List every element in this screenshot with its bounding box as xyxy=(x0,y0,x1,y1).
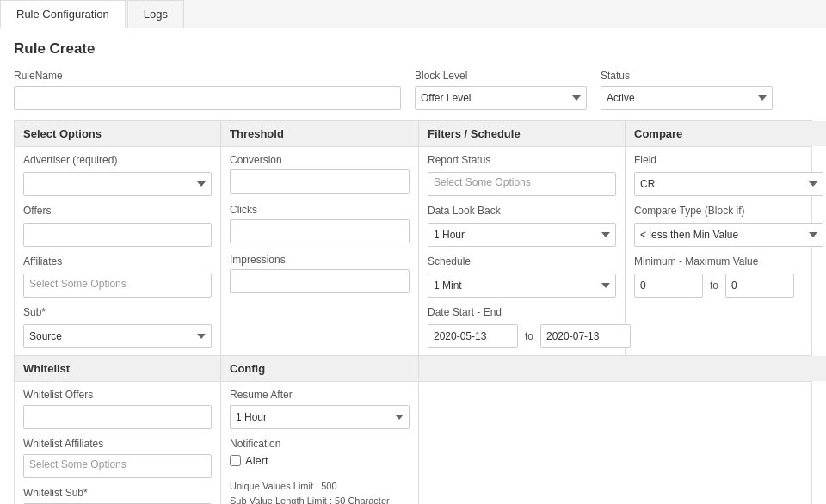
threshold-cell: Conversion Clicks Impressions xyxy=(221,147,419,355)
compare-field-select[interactable]: CR CVR EPC CTR xyxy=(634,172,823,196)
conversion-input[interactable] xyxy=(230,169,410,194)
offers-group: Offers xyxy=(23,205,212,247)
select-options-header: Select Options xyxy=(15,121,221,146)
clicks-input[interactable] xyxy=(230,219,410,243)
top-fields-row: RuleName Block Level Offer Level Adverti… xyxy=(14,70,812,110)
advertiser-label: Advertiser (required) xyxy=(23,154,212,166)
notification-group: Notification Alert xyxy=(230,438,410,472)
compare-type-label: Compare Type (Block if) xyxy=(634,205,823,217)
max-value-input[interactable] xyxy=(725,274,794,298)
info-text-block: Unique Values Limit : 500 Sub Value Leng… xyxy=(230,479,410,504)
date-range-group: Date Start - End to xyxy=(428,306,616,348)
advertiser-select[interactable] xyxy=(23,172,212,196)
notification-label: Notification xyxy=(230,438,410,450)
blocklevel-label: Block Level xyxy=(415,70,587,82)
date-range-row: to xyxy=(428,324,616,348)
conversion-group: Conversion xyxy=(230,154,410,194)
rulename-input[interactable] xyxy=(14,86,401,110)
date-start-input[interactable] xyxy=(428,324,518,348)
min-value-input[interactable] xyxy=(634,274,703,298)
page-title: Rule Create xyxy=(14,40,812,58)
report-status-label: Report Status xyxy=(428,154,616,166)
rulename-label: RuleName xyxy=(14,70,401,82)
report-status-multiselect[interactable]: Select Some Options xyxy=(428,172,616,196)
impressions-input[interactable] xyxy=(230,269,410,293)
whitelist-config-content-row: Whitelist Offers Whitelist Affiliates Se… xyxy=(15,382,811,504)
main-grid: Select Options Threshold Filters / Sched… xyxy=(14,120,812,504)
compare-header: Compare xyxy=(626,121,826,146)
clicks-group: Clicks xyxy=(230,204,410,243)
main-content-row: Advertiser (required) Offers Affiliates … xyxy=(15,147,811,356)
blocklevel-group: Block Level Offer Level Advertiser Level xyxy=(415,70,587,110)
sub-label: Sub* xyxy=(23,306,212,318)
affiliates-label: Affiliates xyxy=(23,255,212,267)
impressions-group: Impressions xyxy=(230,254,410,293)
config-header: Config xyxy=(221,356,419,381)
impressions-label: Impressions xyxy=(230,254,410,266)
compare-type-select[interactable]: < less then Min Value > greater then Max… xyxy=(634,223,823,247)
compare-field-label: Field xyxy=(634,154,823,166)
sub-select[interactable]: Source Sub1 Sub2 xyxy=(23,324,212,348)
alert-label: Alert xyxy=(245,454,268,467)
filters-schedule-header: Filters / Schedule xyxy=(419,121,626,146)
info-line2: Sub Value Length Limit : 50 Character xyxy=(230,494,410,505)
whitelist-offers-label: Whitelist Offers xyxy=(23,389,212,401)
empty-header xyxy=(419,356,826,381)
compare-field-group: Field CR CVR EPC CTR xyxy=(634,154,823,196)
compare-type-group: Compare Type (Block if) < less then Min … xyxy=(634,205,823,247)
date-to-label: to xyxy=(525,330,533,342)
data-look-back-group: Data Look Back 1 Hour 6 Hours 12 Hours 2… xyxy=(428,205,616,247)
threshold-header: Threshold xyxy=(221,121,419,146)
whitelist-header: Whitelist xyxy=(15,356,221,381)
status-group: Status Active Inactive xyxy=(601,70,773,110)
whitelist-offers-group: Whitelist Offers xyxy=(23,389,212,429)
resume-after-label: Resume After xyxy=(230,389,410,401)
compare-cell: Field CR CVR EPC CTR Compare Type (Block… xyxy=(626,147,826,355)
offers-label: Offers xyxy=(23,205,212,217)
info-line1: Unique Values Limit : 500 xyxy=(230,479,410,494)
alert-checkbox[interactable] xyxy=(230,455,241,466)
empty-cell xyxy=(419,382,826,504)
compare-to-label: to xyxy=(710,280,718,292)
conversion-label: Conversion xyxy=(230,154,410,166)
clicks-label: Clicks xyxy=(230,204,410,216)
whitelist-offers-input[interactable] xyxy=(23,405,212,429)
tab-bar: Rule Configuration Logs xyxy=(0,0,826,28)
section-headers-row: Select Options Threshold Filters / Sched… xyxy=(15,121,811,147)
resume-after-select[interactable]: 1 Hour 2 Hours 6 Hours 24 Hours xyxy=(230,405,410,429)
min-max-label: Minimum - Maximum Value xyxy=(634,255,823,267)
affiliates-multiselect[interactable]: Select Some Options xyxy=(23,274,212,298)
sub-group: Sub* Source Sub1 Sub2 xyxy=(23,306,212,348)
select-options-cell: Advertiser (required) Offers Affiliates … xyxy=(15,147,221,355)
status-select[interactable]: Active Inactive xyxy=(601,86,773,110)
report-status-group: Report Status Select Some Options xyxy=(428,154,616,196)
config-cell: Resume After 1 Hour 2 Hours 6 Hours 24 H… xyxy=(221,382,419,504)
whitelist-affiliates-label: Whitelist Affiliates xyxy=(23,438,212,450)
status-label: Status xyxy=(601,70,773,82)
blocklevel-select[interactable]: Offer Level Advertiser Level xyxy=(415,86,587,110)
resume-after-group: Resume After 1 Hour 2 Hours 6 Hours 24 H… xyxy=(230,389,410,429)
whitelist-config-headers-row: Whitelist Config xyxy=(15,356,811,382)
whitelist-sub-label: Whitelist Sub* xyxy=(23,487,212,499)
min-max-row: to xyxy=(634,274,823,298)
tab-logs[interactable]: Logs xyxy=(127,0,184,28)
rulename-group: RuleName xyxy=(14,70,401,110)
schedule-select[interactable]: 1 Mint 5 Mint 10 Mint 30 Mint xyxy=(428,274,616,298)
whitelist-affiliates-multiselect[interactable]: Select Some Options xyxy=(23,454,212,478)
tab-rule-configuration[interactable]: Rule Configuration xyxy=(0,0,126,28)
alert-row: Alert xyxy=(230,454,410,467)
whitelist-sub-group: Whitelist Sub* add value, press enter xyxy=(23,487,212,504)
advertiser-group: Advertiser (required) xyxy=(23,154,212,196)
offers-input[interactable] xyxy=(23,223,212,247)
whitelist-affiliates-group: Whitelist Affiliates Select Some Options xyxy=(23,438,212,478)
filters-schedule-cell: Report Status Select Some Options Data L… xyxy=(419,147,626,355)
schedule-label: Schedule xyxy=(428,255,616,267)
data-look-back-select[interactable]: 1 Hour 6 Hours 12 Hours 24 Hours xyxy=(428,223,616,247)
min-max-group: Minimum - Maximum Value to xyxy=(634,255,823,298)
date-end-input[interactable] xyxy=(540,324,631,348)
whitelist-cell: Whitelist Offers Whitelist Affiliates Se… xyxy=(15,382,221,504)
affiliates-group: Affiliates Select Some Options xyxy=(23,255,212,298)
data-look-back-label: Data Look Back xyxy=(428,205,616,217)
schedule-group: Schedule 1 Mint 5 Mint 10 Mint 30 Mint xyxy=(428,255,616,298)
date-range-label: Date Start - End xyxy=(428,306,616,318)
